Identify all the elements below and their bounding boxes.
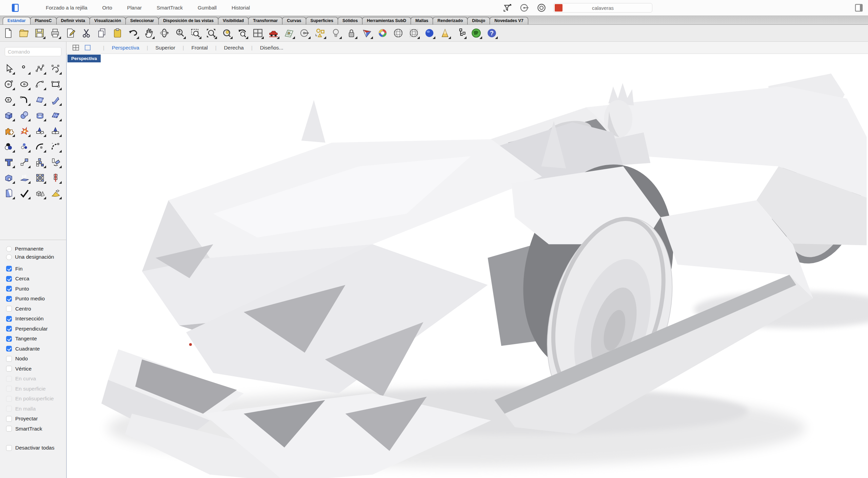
tool-point[interactable] — [18, 62, 31, 75]
osnap-option-cerca[interactable]: Cerca — [6, 274, 66, 284]
toolbar-icon-shaded-sphere[interactable] — [392, 27, 405, 39]
menu-item-forzado-a-la-rejilla[interactable]: Forzado a la rejilla — [46, 5, 87, 11]
osnap-option-punto[interactable]: Punto — [6, 284, 66, 294]
tool-curve-interp[interactable] — [34, 62, 46, 75]
toolbar-icon-zoom-dynamic[interactable] — [174, 27, 186, 39]
tool-revolve[interactable] — [34, 109, 46, 122]
toolbar-icon-pan-view[interactable] — [142, 27, 155, 39]
toolbar-icon-gumball[interactable] — [298, 27, 311, 39]
osnap-option-en-polisuperficie[interactable]: En polisuperficie — [6, 394, 66, 404]
tool-rectangle[interactable] — [49, 78, 62, 91]
menu-item-smarttrack[interactable]: SmartTrack — [157, 5, 183, 11]
ribbon-tab-visualizaci-n[interactable]: Visualización — [90, 17, 126, 24]
toolbar-icon-grasshopper[interactable] — [470, 27, 482, 39]
toolbar-icon-copy[interactable] — [96, 27, 108, 39]
osnap-radio-permanente[interactable]: Permanente — [6, 245, 66, 253]
osnap-option-perpendicular[interactable]: Perpendicular — [6, 324, 66, 334]
gumball-pin-icon[interactable] — [519, 3, 530, 13]
ribbon-tab-transformar[interactable]: Transformar — [248, 17, 282, 24]
osnap-option-en-superficie[interactable]: En superficie — [6, 384, 66, 394]
viewport-tab-dise-os[interactable]: Diseños... — [244, 45, 283, 51]
osnap-option-v-rtice[interactable]: Vértice — [6, 364, 66, 374]
viewport-tab-perspectiva[interactable]: Perspectiva — [96, 45, 139, 51]
command-input[interactable] — [5, 47, 61, 56]
ribbon-tab-seleccionar[interactable]: Seleccionar — [125, 17, 159, 24]
toolbar-icon-display-mode[interactable] — [267, 27, 280, 39]
osnap-option-nodo[interactable]: Nodo — [6, 354, 66, 364]
toolbar-icon-ghosted-sphere[interactable] — [408, 27, 420, 39]
osnap-option-smarttrack[interactable]: SmartTrack — [6, 424, 66, 434]
ribbon-tab-mallas[interactable]: Mallas — [411, 17, 433, 24]
viewport-single-icon[interactable] — [84, 44, 92, 52]
tool-pull[interactable] — [49, 187, 62, 200]
left-panel-toggle-icon[interactable] — [10, 3, 20, 13]
toolbar-icon-print[interactable] — [49, 27, 61, 39]
viewport-tab-derecha[interactable]: Derecha — [208, 45, 244, 51]
right-panel-toggle-icon[interactable] — [854, 3, 864, 13]
search-input[interactable] — [554, 3, 652, 12]
menu-item-gumball[interactable]: Gumball — [198, 5, 217, 11]
viewport-tab-superior[interactable]: Superior — [139, 45, 175, 51]
toolbar-icon-undo-view[interactable] — [236, 27, 249, 39]
tool-box[interactable] — [2, 109, 15, 122]
tool-blend-curve[interactable] — [18, 94, 31, 106]
tool-arc[interactable] — [34, 78, 46, 91]
toolbar-icon-viewport-layout[interactable] — [252, 27, 264, 39]
tool-select[interactable] — [2, 62, 15, 75]
toolbar-icon-zoom-window[interactable] — [189, 27, 202, 39]
menu-item-orto[interactable]: Orto — [102, 5, 112, 11]
toolbar-icon-new-file[interactable] — [2, 27, 15, 39]
osnap-option-fin[interactable]: Fin — [6, 264, 66, 274]
toolbar-icon-select-objects[interactable] — [314, 27, 327, 39]
toolbar-icon-cut[interactable] — [80, 27, 93, 39]
tool-polygon[interactable] — [2, 94, 15, 106]
toolbar-icon-edit-document[interactable] — [64, 27, 77, 39]
tool-plugins[interactable] — [2, 125, 15, 137]
ribbon-tab-visibilidad[interactable]: Visibilidad — [218, 17, 249, 24]
tool-bend-surface[interactable] — [49, 94, 62, 106]
osnap-option-tangente[interactable]: Tangente — [6, 334, 66, 344]
tool-explode[interactable] — [18, 125, 31, 137]
search-field[interactable] — [553, 3, 652, 13]
tool-distribute[interactable] — [49, 172, 62, 184]
ribbon-tab-definir-vista[interactable]: Definir vista — [56, 17, 90, 24]
toolbar-icon-rotate-view[interactable] — [158, 27, 171, 39]
osnap-option-punto-medio[interactable]: Punto medio — [6, 294, 66, 304]
ribbon-tab-renderizado[interactable]: Renderizado — [433, 17, 468, 24]
viewport-tab-frontal[interactable]: Frontal — [175, 45, 208, 51]
tool-scale[interactable] — [18, 156, 31, 168]
ribbon-tab-dibujo[interactable]: Dibujo — [467, 17, 490, 24]
ribbon-tab-est-ndar[interactable]: Estándar — [3, 17, 31, 24]
viewport-grid-icon[interactable] — [72, 44, 80, 52]
toolbar-icon-lock[interactable] — [345, 27, 358, 39]
ribbon-tab-novedades-v7[interactable]: Novedades V7 — [490, 17, 528, 24]
tool-circle[interactable] — [2, 78, 15, 91]
toolbar-icon-undo[interactable] — [127, 27, 139, 39]
osnap-option-desactivar-todas[interactable]: Desactivar todas — [6, 443, 66, 453]
tool-rotate[interactable] — [49, 156, 62, 168]
toolbar-icon-analyze-direction[interactable] — [361, 27, 373, 39]
tool-group[interactable] — [18, 140, 31, 153]
tool-extrude[interactable] — [18, 172, 31, 184]
osnap-option-centro[interactable]: Centro — [6, 304, 66, 314]
toolbar-icon-analysis-cone[interactable] — [439, 27, 451, 39]
tool-sphere[interactable] — [18, 109, 31, 122]
tool-offset[interactable] — [2, 187, 15, 200]
toolbar-icon-rendered-sphere[interactable] — [423, 27, 436, 39]
toolbar-icon-cplane[interactable] — [283, 27, 295, 39]
perspective-viewport[interactable]: Perspectiva — [66, 54, 868, 478]
tool-ellipse[interactable] — [18, 78, 31, 91]
tool-boolean-union[interactable] — [2, 172, 15, 184]
ribbon-tab-curvas[interactable]: Curvas — [282, 17, 306, 24]
ribbon-tab-s-lidos[interactable]: Sólidos — [338, 17, 362, 24]
tool-curve-control[interactable] — [49, 62, 62, 75]
tool-extend[interactable] — [49, 140, 62, 153]
ribbon-tab-herramientas-subd[interactable]: Herramientas SubD — [362, 17, 411, 24]
menu-item-planar[interactable]: Planar — [127, 5, 142, 11]
toolbar-icon-help[interactable]: ? — [486, 27, 498, 39]
osnap-radio-una-designaci-n[interactable]: Una designación — [6, 253, 66, 261]
osnap-option-en-curva[interactable]: En curva — [6, 374, 66, 384]
toolbar-icon-save-file[interactable] — [33, 27, 46, 39]
tool-array[interactable] — [34, 172, 46, 184]
tool-fillet[interactable] — [34, 140, 46, 153]
